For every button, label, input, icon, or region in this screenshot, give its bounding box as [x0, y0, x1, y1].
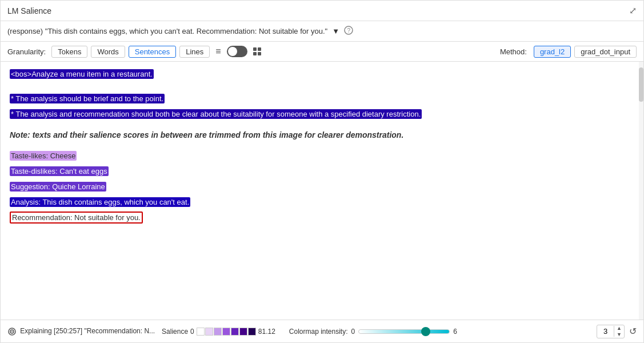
toggle-switch[interactable]	[227, 46, 247, 57]
segment-suggestion: Suggestion: Quiche Lorraine	[10, 182, 106, 192]
svg-text:?: ?	[347, 27, 351, 34]
trimmed-note: Note: texts and their salience scores in…	[10, 129, 634, 141]
sal-box-0	[197, 328, 205, 336]
app-container: LM Salience ⤢ (response) "This dish cont…	[0, 0, 644, 343]
granularity-label: Granularity:	[7, 47, 46, 56]
response-bar: (response) "This dish contains eggs, whi…	[1, 21, 643, 42]
colormap-min: 0	[351, 328, 355, 336]
colormap-label: Colormap intensity:	[289, 328, 348, 336]
granularity-words-button[interactable]: Words	[91, 46, 125, 58]
stepper-down-button[interactable]: ▼	[614, 332, 624, 338]
svg-point-4	[11, 331, 13, 332]
granularity-lines-button[interactable]: Lines	[179, 46, 210, 58]
main-wrapper: <bos>Analyze a menu item in a restaurant…	[1, 62, 643, 320]
prompt-line-3: * The analysis should be brief and to th…	[10, 93, 634, 105]
list-icon[interactable]: ≡	[213, 45, 223, 58]
colormap-slider[interactable]	[358, 328, 450, 336]
salience-section: Salience 0 81.12	[162, 328, 275, 336]
app-title: LM Salience	[7, 6, 51, 15]
stepper-up-button[interactable]: ▲	[614, 325, 624, 332]
stepper-container: 3 ▲ ▼ ↺	[597, 325, 637, 338]
segment-analysis-line: Analysis: This dish contains eggs, which…	[10, 197, 634, 209]
salience-min: 0	[190, 328, 194, 336]
colormap-track	[358, 329, 450, 334]
salience-colorscale	[197, 328, 256, 336]
target-icon	[7, 327, 17, 336]
prompt-line-1: <bos>Analyze a menu item in a restaurant…	[10, 69, 634, 81]
sal-box-3	[222, 328, 230, 336]
salience-label: Salience	[162, 328, 188, 336]
segment-analysis-brief: * The analysis should be brief and to th…	[10, 94, 165, 103]
sal-box-4	[231, 328, 239, 336]
scrollbar-track[interactable]	[639, 62, 643, 320]
colormap-section: Colormap intensity: 0 6	[289, 328, 457, 336]
grid-view-icon[interactable]	[251, 46, 263, 57]
granularity-tokens-button[interactable]: Tokens	[51, 46, 87, 58]
granularity-bar: Granularity: Tokens Words Sentences Line…	[1, 42, 643, 62]
sal-box-6	[248, 328, 256, 336]
sal-box-2	[214, 328, 222, 336]
refresh-button[interactable]: ↺	[629, 326, 637, 337]
segment-analysis: Analysis: This dish contains eggs, which…	[10, 197, 190, 207]
colormap-thumb[interactable]	[421, 327, 430, 336]
response-prefix: (response) "This dish contains eggs, whi…	[7, 27, 327, 35]
stepper-arrows[interactable]: ▲ ▼	[614, 325, 624, 338]
title-bar: LM Salience ⤢	[1, 1, 643, 21]
main-content[interactable]: <bos>Analyze a menu item in a restaurant…	[1, 62, 643, 234]
method-grad-l2-button[interactable]: grad_l2	[534, 46, 571, 58]
segment-taste-likes: Taste-likes: Cheese	[10, 151, 77, 161]
sal-box-1	[205, 328, 213, 336]
explaining-text: Explaining [250:257] "Recommendation: N.…	[7, 327, 155, 336]
segment-taste-dislikes-line: Taste-dislikes: Can't eat eggs	[10, 166, 634, 178]
blank-line-1	[10, 84, 634, 93]
granularity-sentences-button[interactable]: Sentences	[129, 46, 176, 58]
segment-bos: <bos>Analyze a menu item in a restaurant…	[10, 69, 154, 79]
toggle-container[interactable]	[227, 46, 247, 57]
prompt-line-4: * The analysis and recommendation should…	[10, 109, 634, 121]
segment-taste-likes-line: Taste-likes: Cheese	[10, 150, 634, 162]
colormap-max: 6	[453, 328, 457, 336]
response-dropdown-button[interactable]: ▼	[332, 27, 339, 35]
expand-icon[interactable]: ⤢	[629, 5, 637, 16]
method-grad-dot-input-button[interactable]: grad_dot_input	[574, 46, 637, 58]
help-icon[interactable]: ?	[344, 26, 353, 37]
sal-box-5	[239, 328, 247, 336]
segment-recommendation: Recommendation: Not suitable for you.	[10, 212, 143, 224]
segment-recommendation-line: Recommendation: Not suitable for you.	[10, 212, 634, 224]
scrollbar-thumb[interactable]	[639, 67, 643, 102]
salience-max: 81.12	[258, 328, 275, 336]
segment-suggestion-line: Suggestion: Quiche Lorraine	[10, 181, 634, 193]
stepper-value: 3	[597, 326, 614, 337]
segment-analysis-clear: * The analysis and recommendation should…	[10, 109, 422, 119]
method-label: Method:	[500, 47, 527, 56]
segment-taste-dislikes: Taste-dislikes: Can't eat eggs	[10, 166, 109, 176]
stepper-box[interactable]: 3 ▲ ▼	[597, 325, 625, 338]
status-bar: Explaining [250:257] "Recommendation: N.…	[1, 320, 643, 342]
